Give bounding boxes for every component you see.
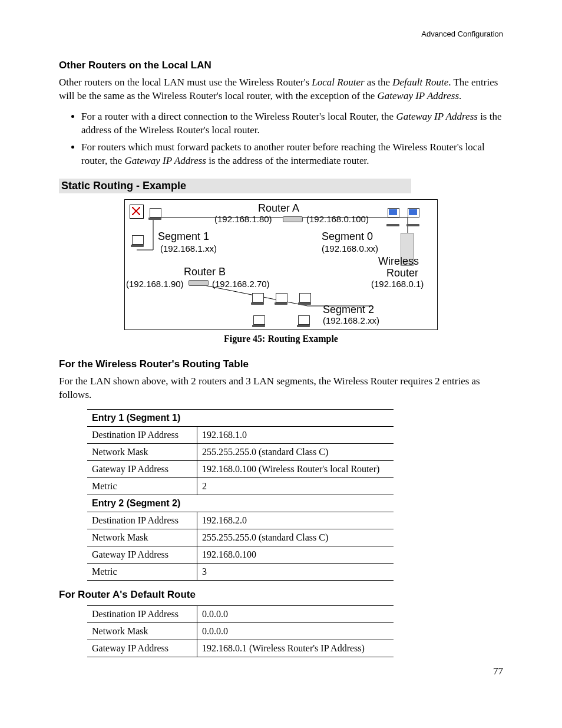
computer-icon: [299, 293, 311, 302]
computer-icon: [276, 293, 287, 302]
cell-value: 255.255.255.0 (standard Class C): [197, 443, 394, 460]
label-wireless: Wireless: [378, 255, 419, 268]
cell-key: Destination IP Address: [87, 426, 197, 443]
cell-value: 255.255.255.0 (standard Class C): [197, 529, 394, 546]
cell-key: Gateway IP Address: [87, 640, 197, 657]
text: is the address of the intermediate route…: [206, 155, 369, 166]
cell-key: Metric: [87, 477, 197, 495]
text-italic: Default Route: [392, 77, 448, 88]
list-item: For routers which must forward packets t…: [81, 141, 503, 168]
text-italic: Local Router: [312, 77, 364, 88]
computer-icon: [150, 208, 161, 218]
cell-key: Network Mask: [87, 529, 197, 546]
label-segment-2-ip: (192.168.2.xx): [323, 315, 379, 325]
router-icon: [283, 216, 303, 222]
cell-value: 192.168.1.0: [197, 426, 394, 443]
cell-value: 2: [197, 477, 394, 495]
label-router-w: Router: [386, 267, 418, 279]
routing-diagram: Router A (192.168.1.80) (192.168.0.100) …: [124, 199, 438, 330]
missing-image-icon: [130, 205, 144, 219]
page-number: 77: [493, 666, 503, 677]
cell-key: Metric: [87, 563, 197, 580]
list-item: For a router with a direct connection to…: [81, 110, 503, 137]
label-router-b: Router B: [184, 266, 226, 278]
text-italic: Gateway IP Address: [396, 111, 478, 122]
computer-icon: [253, 315, 265, 325]
heading-static-routing: Static Routing - Example: [59, 179, 411, 193]
routing-table-entries: Entry 1 (Segment 1) Destination IP Addre…: [87, 409, 394, 581]
router-icon: [189, 280, 209, 286]
heading-router-a-default: For Router A's Default Route: [59, 589, 503, 601]
cell-value: 3: [197, 563, 394, 580]
router-a-default-table: Destination IP Address0.0.0.0 Network Ma…: [87, 605, 394, 657]
computer-icon: [132, 235, 144, 245]
page: Advanced Configuration Other Routers on …: [0, 0, 562, 728]
label-router-a: Router A: [258, 202, 299, 215]
table-header-entry-2: Entry 2 (Segment 2): [87, 495, 394, 512]
computer-icon: [252, 293, 264, 302]
cell-value: 0.0.0.0: [197, 622, 394, 640]
heading-other-routers: Other Routers on the Local LAN: [59, 60, 503, 71]
label-router-b-right-ip: (192.168.2.70): [212, 279, 270, 289]
cell-key: Gateway IP Address: [87, 546, 197, 563]
label-router-b-left-ip: (192.168.1.90): [126, 279, 184, 289]
paragraph-other-routers: Other routers on the local LAN must use …: [59, 76, 503, 103]
bullet-list: For a router with a direct connection to…: [59, 110, 503, 168]
header-section-label: Advanced Configuration: [59, 29, 503, 38]
cell-value: 192.168.0.1 (Wireless Router's IP Addres…: [197, 640, 394, 657]
text: For a router with a direct connection to…: [81, 111, 396, 122]
table-header-entry-1: Entry 1 (Segment 1): [87, 409, 394, 426]
cell-key: Network Mask: [87, 443, 197, 460]
label-segment-1: Segment 1: [158, 230, 209, 243]
label-segment-0: Segment 0: [322, 230, 373, 243]
label-router-a-left-ip: (192.168.1.80): [214, 214, 272, 224]
text: Other routers on the local LAN must use …: [59, 77, 312, 88]
cell-value: 192.168.2.0: [197, 512, 394, 529]
cell-key: Destination IP Address: [87, 512, 197, 529]
cell-key: Gateway IP Address: [87, 460, 197, 477]
computer-icon: [388, 208, 399, 218]
cell-value: 0.0.0.0: [197, 605, 394, 622]
cell-value: 192.168.0.100: [197, 546, 394, 563]
computer-icon: [298, 315, 310, 325]
text-italic: Gateway IP Address: [124, 155, 206, 166]
computer-icon: [408, 208, 419, 218]
label-router-a-right-ip: (192.168.0.100): [306, 214, 369, 224]
text: as the: [365, 77, 393, 88]
cell-key: Network Mask: [87, 622, 197, 640]
figure-caption: Figure 45: Routing Example: [59, 334, 503, 344]
label-segment-1-ip: (192.168.1.xx): [160, 243, 217, 253]
label-segment-0-ip: (192.168.0.xx): [322, 243, 378, 253]
heading-routing-table: For the Wireless Router's Routing Table: [59, 358, 503, 370]
label-segment-2: Segment 2: [323, 304, 374, 316]
text: .: [459, 90, 461, 101]
cell-key: Destination IP Address: [87, 605, 197, 622]
label-wireless-ip: (192.168.0.1): [371, 279, 424, 289]
cell-value: 192.168.0.100 (Wireless Router's local R…: [197, 460, 394, 477]
text-italic: Gateway IP Address: [378, 90, 459, 101]
paragraph-routing-table: For the LAN shown above, with 2 routers …: [59, 375, 503, 402]
